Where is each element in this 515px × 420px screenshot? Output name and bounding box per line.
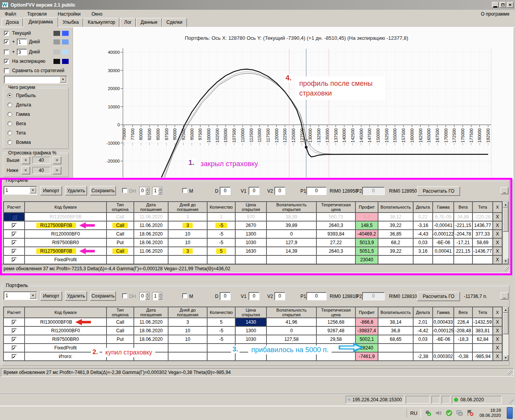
v2-field[interactable]: 0: [274, 292, 285, 300]
column-header-code[interactable]: Код бумаги: [25, 202, 107, 213]
current-checkbox[interactable]: ✓: [4, 31, 9, 36]
cell-delta[interactable]: 3,16: [414, 247, 433, 256]
column-header-qty[interactable]: Количество: [208, 202, 236, 213]
cell-delta[interactable]: 0,03: [414, 239, 433, 247]
language-indicator[interactable]: RU: [407, 409, 421, 418]
cell-theo[interactable]: 27,22: [317, 239, 356, 247]
tab-smile[interactable]: Улыбка: [59, 18, 83, 27]
m-checkbox[interactable]: [182, 188, 187, 193]
chevron-down-icon[interactable]: ▼: [30, 292, 36, 299]
column-header-calc[interactable]: Расчет: [4, 307, 25, 318]
radio-icon[interactable]: [7, 103, 12, 107]
column-header-vega[interactable]: Вега: [454, 307, 473, 318]
cell-vol_open[interactable]: 0: [267, 230, 317, 239]
portfolio2-scrollbar[interactable]: ▲ ▼: [503, 307, 509, 361]
column-header-type[interactable]: Тип опциона: [107, 307, 134, 318]
cell-profit[interactable]: 23040: [356, 256, 378, 264]
cell-delta[interactable]: -4,42: [414, 327, 433, 335]
row-delete-button[interactable]: X: [493, 256, 503, 264]
cell-theo[interactable]: 2640,3: [317, 222, 356, 230]
taskbar[interactable]: RU 18:28 08.06.2020: [0, 406, 515, 420]
dh-checkbox[interactable]: [122, 188, 127, 193]
radio-icon[interactable]: [7, 93, 12, 98]
cell-open[interactable]: 1300: [236, 230, 267, 239]
cell-date[interactable]: 18.06.2020: [134, 327, 169, 335]
cell-delta[interactable]: [414, 344, 433, 353]
d-field[interactable]: 0: [220, 187, 231, 195]
cell-theta[interactable]: -220,28: [473, 213, 493, 222]
below-decrease-button[interactable]: <: [21, 167, 30, 174]
cell-vol[interactable]: 68,2: [378, 239, 414, 247]
cell-qty[interactable]: -5: [208, 239, 236, 247]
maximize-button[interactable]: [499, 2, 506, 8]
cell-vol[interactable]: 36,8: [378, 327, 414, 335]
above-value[interactable]: 40: [32, 157, 50, 164]
cell-days[interactable]: 3: [169, 247, 208, 256]
tab-board[interactable]: Доска: [2, 18, 23, 27]
cell-calc[interactable]: ✓: [4, 344, 25, 353]
cell-type[interactable]: Call: [107, 213, 134, 222]
cell-calc[interactable]: ✓: [4, 256, 25, 264]
menu-file[interactable]: Файл: [5, 11, 16, 17]
cell-type[interactable]: [107, 256, 134, 264]
cell-code[interactable]: FixedProfit: [25, 256, 107, 264]
cell-gamma[interactable]: 0,000302: [433, 353, 454, 361]
above-increase-button[interactable]: >: [53, 156, 61, 164]
cell-code[interactable]: RI97500BR0: [25, 239, 107, 247]
cell-vol[interactable]: [378, 256, 414, 264]
chevron-down-icon[interactable]: ▼: [30, 187, 36, 193]
dh-checkbox[interactable]: [122, 293, 127, 298]
tab-calculator[interactable]: Калькулятор: [83, 18, 119, 27]
column-header-open[interactable]: Цена открытия: [236, 202, 267, 213]
cell-vega[interactable]: -0,38: [454, 353, 473, 361]
menu-window[interactable]: Окно: [92, 11, 103, 17]
table-row[interactable]: ✓RI120000BF0Call18.06.202010-5130009393,…: [4, 230, 503, 239]
cell-vega[interactable]: -204,78: [454, 230, 473, 239]
antivirus-check-icon[interactable]: [446, 409, 453, 416]
cell-theta[interactable]: 62,84: [473, 335, 493, 344]
cell-gamma[interactable]: [433, 256, 454, 264]
cell-delta[interactable]: -4,43: [414, 230, 433, 239]
cell-vol_open[interactable]: 127,58: [267, 335, 317, 344]
cell-gamma[interactable]: 0,00041: [433, 247, 454, 256]
column-header-type[interactable]: Тип опциона: [107, 202, 134, 213]
resize-grip[interactable]: [508, 371, 513, 376]
row-delete-button[interactable]: X: [493, 230, 503, 239]
cell-code[interactable]: RI130000BF0B: [25, 318, 107, 327]
cell-vega[interactable]: [454, 256, 473, 264]
cell-theo[interactable]: [317, 256, 356, 264]
cell-delta[interactable]: 0,03: [414, 335, 433, 344]
cell-profit[interactable]: 9,3: [356, 213, 378, 222]
cell-vol[interactable]: 39,22: [378, 247, 414, 256]
column-header-delta[interactable]: Дельта: [414, 202, 433, 213]
cell-profit[interactable]: 148,5: [356, 222, 378, 230]
column-header-vega[interactable]: Вега: [454, 202, 473, 213]
plus1-checkbox[interactable]: ✓: [4, 39, 9, 44]
close-button[interactable]: ✕: [507, 2, 513, 8]
cell-type[interactable]: Put: [107, 239, 134, 247]
spin-up-icon[interactable]: ▲: [145, 292, 149, 296]
minimize-button[interactable]: ▬: [492, 2, 499, 8]
delete-button[interactable]: Удалить: [65, 186, 87, 195]
radio-option-Вомма[interactable]: Вомма: [4, 138, 68, 147]
d-field[interactable]: 0: [220, 292, 231, 300]
cell-days[interactable]: 3: [169, 222, 208, 230]
column-header-days[interactable]: Дней до погашения: [169, 202, 208, 213]
v2-field[interactable]: 0: [274, 187, 285, 195]
row-checkbox[interactable]: ✓: [12, 257, 17, 262]
cell-open[interactable]: 570: [236, 213, 267, 222]
radio-icon[interactable]: [7, 140, 12, 145]
below-value[interactable]: 40: [32, 167, 50, 174]
cell-theo[interactable]: 9393,84: [317, 230, 356, 239]
cell-qty[interactable]: [208, 353, 236, 361]
menu-trading[interactable]: Торговля: [27, 11, 47, 17]
cell-delta[interactable]: -3,16: [414, 222, 433, 230]
cell-vol[interactable]: 38,14: [378, 318, 414, 327]
cell-theta[interactable]: 1436,77: [473, 222, 493, 230]
cell-vega[interactable]: 226,4: [454, 318, 473, 327]
expiry-color2-swatch[interactable]: [62, 59, 69, 64]
table-row[interactable]: ✓RI120000BF0Call18.06.202010-5130009267,…: [4, 327, 503, 335]
save-button[interactable]: Сохранить: [90, 291, 116, 301]
row-delete-button[interactable]: X: [493, 247, 503, 256]
cell-qty[interactable]: 5: [208, 247, 236, 256]
